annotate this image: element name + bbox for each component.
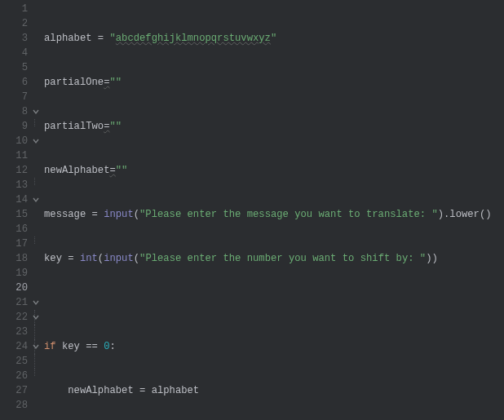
fold-cell	[33, 398, 44, 413]
line-number-gutter: 1234567891011121314151617181920212223242…	[0, 0, 33, 420]
line-number: 5	[0, 60, 33, 75]
line-number: 20	[0, 281, 33, 295]
line-number: 17	[0, 237, 33, 251]
code-line: alphabet = "abcdefghijklmnopqrstuvwxyz"	[44, 31, 504, 46]
fold-cell	[33, 266, 44, 281]
fold-cell	[33, 369, 44, 383]
line-number: 25	[0, 354, 33, 369]
code-line	[44, 295, 504, 310]
fold-toggle-icon[interactable]	[33, 310, 44, 325]
code-line: message = input("Please enter the messag…	[44, 207, 504, 222]
code-line: partialTwo=""	[44, 119, 504, 134]
line-number: 15	[0, 207, 33, 222]
code-line: if key == 0:	[44, 339, 504, 354]
line-number: 21	[0, 295, 33, 310]
fold-cell	[33, 354, 44, 369]
fold-cell	[33, 281, 44, 295]
line-number: 9	[0, 119, 33, 134]
code-line: newAlphabet=""	[44, 163, 504, 178]
code-area[interactable]: alphabet = "abcdefghijklmnopqrstuvwxyz" …	[44, 0, 504, 420]
line-number: 11	[0, 148, 33, 163]
fold-toggle-icon[interactable]	[33, 339, 44, 354]
fold-cell	[33, 178, 44, 192]
line-number: 27	[0, 383, 33, 398]
fold-cell	[33, 383, 44, 398]
line-number: 28	[0, 398, 33, 413]
code-editor: 1234567891011121314151617181920212223242…	[0, 0, 504, 420]
fold-toggle-icon[interactable]	[33, 104, 44, 119]
line-number: 7	[0, 90, 33, 104]
fold-cell	[33, 148, 44, 163]
code-line: partialOne=""	[44, 75, 504, 90]
line-number: 6	[0, 75, 33, 90]
line-number: 13	[0, 178, 33, 192]
line-number: 19	[0, 266, 33, 281]
fold-cell	[33, 31, 44, 46]
line-number: 26	[0, 369, 33, 383]
fold-cell	[33, 119, 44, 134]
line-number: 8	[0, 104, 33, 119]
line-number: 24	[0, 339, 33, 354]
fold-cell	[33, 222, 44, 237]
fold-toggle-icon[interactable]	[33, 192, 44, 207]
line-number: 12	[0, 163, 33, 178]
line-number: 2	[0, 16, 33, 31]
fold-cell	[33, 16, 44, 31]
line-number: 3	[0, 31, 33, 46]
line-number: 16	[0, 222, 33, 237]
fold-cell	[33, 90, 44, 104]
fold-cell	[33, 237, 44, 251]
fold-cell	[33, 163, 44, 178]
line-number: 4	[0, 46, 33, 60]
code-line: newAlphabet = alphabet	[44, 383, 504, 398]
line-number: 10	[0, 134, 33, 148]
fold-cell	[33, 60, 44, 75]
fold-toggle-icon[interactable]	[33, 295, 44, 310]
line-number: 22	[0, 310, 33, 325]
fold-cell	[33, 75, 44, 90]
fold-toggle-icon[interactable]	[33, 134, 44, 148]
line-number: 18	[0, 251, 33, 266]
fold-cell	[33, 46, 44, 60]
fold-cell	[33, 2, 44, 16]
fold-cell	[33, 251, 44, 266]
folding-gutter	[33, 0, 44, 420]
line-number: 14	[0, 192, 33, 207]
code-line: key = int(input("Please enter the number…	[44, 251, 504, 266]
line-number: 1	[0, 2, 33, 16]
fold-cell	[33, 207, 44, 222]
fold-cell	[33, 325, 44, 339]
line-number: 23	[0, 325, 33, 339]
